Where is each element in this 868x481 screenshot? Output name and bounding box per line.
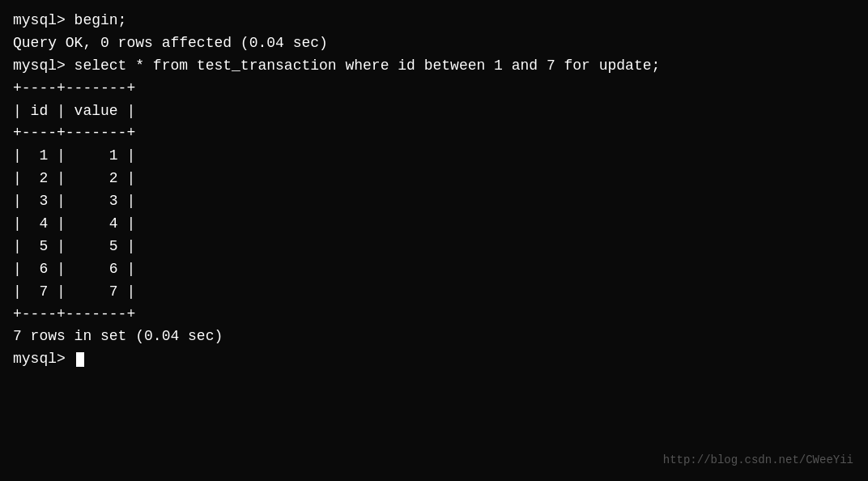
terminal-line: mysql> xyxy=(13,348,855,371)
terminal-line: mysql> select * from test_transaction wh… xyxy=(13,55,855,78)
watermark: http://blog.csdn.net/CWeeYii xyxy=(663,453,853,466)
terminal-line: +----+-------+ xyxy=(13,304,855,326)
terminal-cursor xyxy=(76,352,84,367)
terminal-line: | 2 | 2 | xyxy=(13,168,855,190)
terminal-line: Query OK, 0 rows affected (0.04 sec) xyxy=(13,32,855,55)
terminal-output: mysql> begin;Query OK, 0 rows affected (… xyxy=(13,10,855,371)
terminal-line: mysql> begin; xyxy=(13,10,855,32)
terminal-line: | 1 | 1 | xyxy=(13,145,855,168)
terminal-line: | 6 | 6 | xyxy=(13,258,855,281)
terminal-line: | id | value | xyxy=(13,100,855,123)
terminal-line: | 5 | 5 | xyxy=(13,236,855,258)
terminal-line: | 4 | 4 | xyxy=(13,213,855,236)
terminal-line: | 3 | 3 | xyxy=(13,190,855,213)
terminal-line: | 7 | 7 | xyxy=(13,281,855,304)
terminal-line: +----+-------+ xyxy=(13,78,855,100)
terminal-line: 7 rows in set (0.04 sec) xyxy=(13,326,855,348)
terminal-line: +----+-------+ xyxy=(13,122,855,145)
